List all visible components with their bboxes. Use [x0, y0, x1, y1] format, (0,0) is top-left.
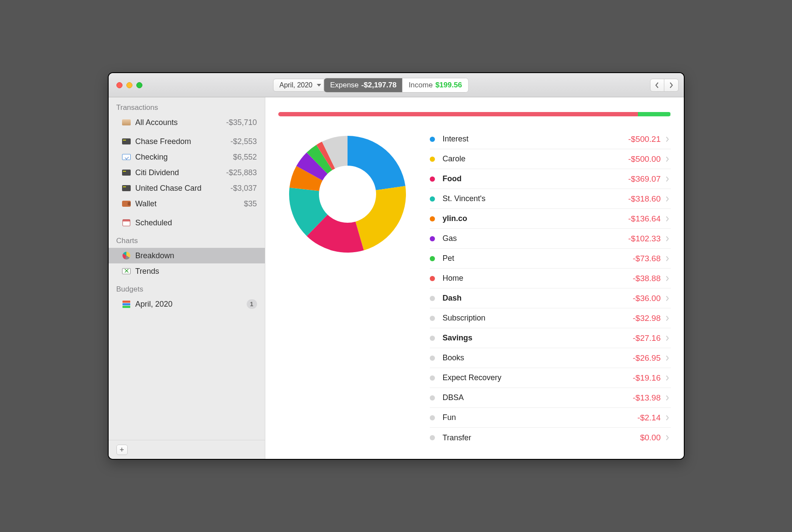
category-row[interactable]: St. Vincent's-$318.60: [430, 189, 671, 209]
category-color-dot: [430, 256, 435, 261]
close-window-button[interactable]: [116, 82, 122, 88]
sidebar-item-scheduled[interactable]: Scheduled: [109, 215, 265, 231]
sidebar-item-breakdown[interactable]: Breakdown: [109, 248, 265, 263]
category-row[interactable]: Pet-$73.68: [430, 249, 671, 269]
category-amount: -$136.64: [628, 214, 660, 224]
chevron-right-icon: [665, 315, 669, 321]
category-row[interactable]: Subscription-$32.98: [430, 308, 671, 328]
category-name: St. Vincent's: [443, 194, 486, 203]
income-tab[interactable]: Income $199.56: [402, 78, 468, 92]
category-color-dot: [430, 296, 435, 301]
period-select[interactable]: April, 2020: [273, 79, 326, 92]
sidebar-item-label: Chase Freedom: [135, 137, 191, 146]
chevron-right-icon: [665, 236, 669, 242]
category-name: Home: [443, 274, 464, 283]
expense-income-toggle[interactable]: Expense -$2,197.78 Income $199.56: [324, 78, 469, 93]
sidebar-item-checking[interactable]: Checking $6,552: [109, 149, 265, 165]
sidebar-item-label: Wallet: [135, 199, 157, 208]
category-row[interactable]: Gas-$102.33: [430, 229, 671, 249]
category-row[interactable]: Dash-$36.00: [430, 288, 671, 308]
category-color-dot: [430, 435, 435, 440]
expense-bar-part: [278, 112, 638, 116]
category-amount: -$500.21: [628, 135, 660, 144]
category-row[interactable]: Savings-$27.16: [430, 328, 671, 348]
chevron-right-icon: [665, 335, 669, 341]
expense-income-bar: [278, 112, 671, 116]
category-row[interactable]: Carole-$500.00: [430, 149, 671, 169]
category-color-dot: [430, 157, 435, 162]
chevron-right-icon: [665, 256, 669, 262]
category-row[interactable]: ylin.co-$136.64: [430, 209, 671, 229]
sidebar-item-wallet[interactable]: Wallet $35: [109, 196, 265, 212]
zoom-window-button[interactable]: [136, 82, 142, 88]
sidebar: Transactions All Accounts -$35,710 Chase…: [109, 97, 265, 459]
category-amount: -$26.95: [633, 353, 660, 363]
category-color-dot: [430, 176, 435, 182]
inbox-icon: [122, 118, 131, 127]
category-name: Interest: [443, 135, 469, 144]
plus-icon: +: [119, 446, 124, 454]
sidebar-item-label: Citi Dividend: [135, 168, 179, 177]
category-row[interactable]: Books-$26.95: [430, 348, 671, 368]
window-controls: [116, 82, 142, 88]
next-period-button[interactable]: [664, 79, 678, 91]
sidebar-item-label: All Accounts: [135, 118, 178, 127]
chevron-right-icon: [669, 82, 673, 88]
chevron-right-icon: [665, 136, 669, 142]
category-amount: -$13.98: [633, 393, 660, 403]
category-color-dot: [430, 276, 435, 281]
sidebar-item-label: Checking: [135, 153, 168, 162]
breakdown-content: Interest-$500.21Carole-$500.00Food-$369.…: [278, 129, 671, 448]
sidebar-item-budget[interactable]: April, 2020 1: [109, 296, 265, 312]
category-name: Fun: [443, 413, 456, 422]
category-color-dot: [430, 375, 435, 381]
chevron-right-icon: [665, 355, 669, 361]
category-name: Books: [443, 353, 464, 362]
sidebar-item-amount: -$35,710: [226, 118, 257, 127]
category-color-dot: [430, 415, 435, 420]
category-row[interactable]: DBSA-$13.98: [430, 388, 671, 408]
main-content: Interest-$500.21Carole-$500.00Food-$369.…: [265, 97, 684, 459]
category-row[interactable]: Fun-$2.14: [430, 408, 671, 428]
category-row[interactable]: Expect Recovery-$19.16: [430, 368, 671, 388]
category-row[interactable]: Food-$369.07: [430, 169, 671, 189]
category-row[interactable]: Home-$38.88: [430, 269, 671, 288]
category-amount: -$36.00: [633, 294, 660, 303]
chevron-right-icon: [665, 276, 669, 282]
chevron-right-icon: [665, 156, 669, 162]
body: Transactions All Accounts -$35,710 Chase…: [109, 97, 684, 459]
expense-tab[interactable]: Expense -$2,197.78: [324, 78, 402, 92]
sidebar-item-label: United Chase Card: [135, 184, 202, 193]
category-name: Pet: [443, 254, 454, 263]
income-tab-label: Income: [409, 81, 433, 90]
sidebar-item-amount: -$3,037: [230, 184, 257, 193]
category-amount: -$500.00: [628, 154, 660, 164]
chevron-left-icon: [655, 82, 660, 88]
category-name: Transfer: [443, 433, 471, 442]
period-select-label: April, 2020: [280, 81, 313, 89]
category-name: Expect Recovery: [443, 373, 502, 382]
books-icon: [122, 299, 131, 309]
category-row[interactable]: Transfer$0.00: [430, 428, 671, 448]
sidebar-item-citi-dividend[interactable]: Citi Dividend -$25,883: [109, 165, 265, 180]
sidebar-item-all-accounts[interactable]: All Accounts -$35,710: [109, 115, 265, 130]
chevron-right-icon: [665, 435, 669, 441]
sidebar-item-label: Trends: [135, 267, 159, 276]
prev-period-button[interactable]: [650, 79, 664, 91]
sidebar-item-amount: $6,552: [233, 153, 257, 162]
chevron-right-icon: [665, 295, 669, 301]
category-row[interactable]: Interest-$500.21: [430, 129, 671, 149]
minimize-window-button[interactable]: [126, 82, 132, 88]
calendar-icon: [122, 218, 131, 228]
add-button[interactable]: +: [116, 445, 128, 455]
sidebar-footer: +: [109, 440, 265, 459]
sidebar-item-chase-freedom[interactable]: Chase Freedom -$2,553: [109, 134, 265, 149]
category-color-dot: [430, 137, 435, 142]
sidebar-item-united-chase[interactable]: United Chase Card -$3,037: [109, 180, 265, 196]
sidebar-item-trends[interactable]: Trends: [109, 263, 265, 279]
sidebar-section-charts: Charts: [109, 231, 265, 248]
category-amount: -$38.88: [633, 274, 660, 283]
check-icon: [122, 152, 131, 162]
sidebar-section-budgets: Budgets: [109, 279, 265, 296]
category-name: Dash: [443, 294, 462, 303]
